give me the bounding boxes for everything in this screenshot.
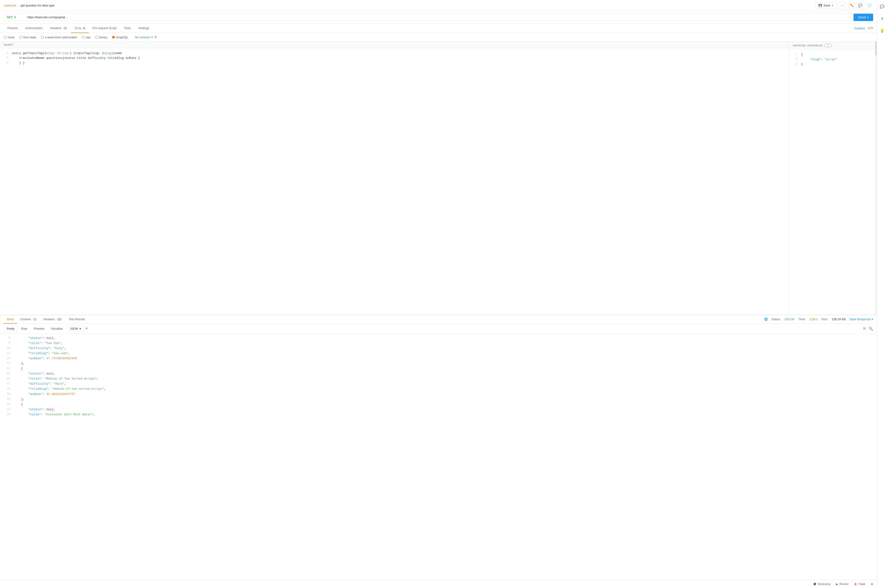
sidebar-chat-icon[interactable]: 💬 — [878, 3, 886, 10]
save-dropdown-icon[interactable]: ▾ — [832, 4, 833, 7]
app-name[interactable]: Leetcode — [4, 4, 16, 7]
header-left: Leetcode / get question for data type — [4, 4, 54, 7]
request-tabs-bar: Params Authorization Headers 9 Body Pre-… — [0, 24, 877, 33]
runner-item[interactable]: ▶ Runner — [836, 582, 848, 586]
json-line-12: 12 "acRate": 47.70788185991508 — [0, 356, 877, 361]
sidebar-light-icon[interactable]: 💡 — [878, 27, 886, 34]
method-select[interactable]: GET ▾ — [4, 14, 24, 21]
format-tab-pretty[interactable]: Pretty — [4, 326, 18, 332]
code-icon[interactable]: </> — [868, 26, 873, 30]
query-panel: QUERY 1 query getTopicTag($slug: String!… — [0, 42, 789, 315]
save-response-dropdown-icon[interactable]: ▾ — [872, 317, 873, 321]
document-icon[interactable]: 📄 — [866, 2, 873, 9]
format-tabs: Pretty Raw Preview Visualize — [4, 326, 66, 332]
send-label: Send — [858, 15, 866, 19]
response-format-bar: Pretty Raw Preview Visualize JSON ▾ — [0, 324, 877, 334]
json-line-21: 21 { — [0, 402, 877, 407]
time-label: Time: — [798, 317, 806, 321]
more-button[interactable]: ··· — [838, 2, 846, 9]
format-controls: Pretty Raw Preview Visualize JSON ▾ — [4, 326, 87, 332]
save-response-button[interactable]: Save Response ▾ — [849, 317, 873, 321]
send-dropdown-icon[interactable]: ▾ — [867, 16, 869, 19]
query-panel-label: QUERY — [0, 42, 789, 48]
tab-authorization[interactable]: Authorization — [21, 24, 47, 33]
var-line-1: 1 { — [793, 52, 873, 57]
variables-panel: GRAPHQL VARIABLES i 1 { 2 "slug": "array… — [789, 42, 877, 315]
request-name: get question for data type — [21, 4, 54, 7]
send-button[interactable]: Send ▾ — [854, 14, 873, 21]
query-line-2: 2 translatedName questions{status title … — [4, 56, 785, 61]
json-line-20: 20 }, — [0, 397, 877, 402]
json-line-18: 18 "titleSlug": "median-of-two-sorted-ar… — [0, 387, 877, 392]
tab-params[interactable]: Params — [4, 24, 21, 33]
body-type-form-data[interactable]: form-data — [19, 36, 36, 39]
response-tabs-bar: Body Cookies 1 Headers 17 Test Results 🌐… — [0, 315, 877, 324]
url-input[interactable] — [24, 14, 854, 21]
header-right: 💾 Save ▾ ··· ✏️ 💬 📄 — [815, 2, 873, 9]
search-icon[interactable]: 🔍 — [869, 326, 873, 331]
info-icon[interactable]: i — [824, 44, 832, 48]
sidebar-info-icon[interactable]: ℹ — [878, 15, 886, 22]
response-tabs: Body Cookies 1 Headers 17 Test Results — [4, 315, 88, 323]
response-tab-body[interactable]: Body — [4, 315, 17, 324]
json-line-19: 19 "acRate": 32.8020242047767 — [0, 392, 877, 397]
status-value: 200 OK — [785, 317, 795, 321]
json-line-15: 15 "status": null, — [0, 371, 877, 376]
json-format-dropdown-icon[interactable]: ▾ — [80, 327, 81, 330]
query-editor[interactable]: 1 query getTopicTag($slug: String!) {top… — [0, 48, 789, 315]
body-type-binary[interactable]: binary — [95, 36, 107, 39]
trash-icon: 🗑 — [854, 582, 857, 586]
json-line-9: 9 "title": "Two Sum", — [0, 341, 877, 346]
tab-body[interactable]: Body — [71, 24, 89, 33]
header: Leetcode / get question for data type 💾 … — [0, 0, 877, 11]
schema-dropdown-icon[interactable]: ▾ — [151, 36, 153, 39]
format-tab-visualize[interactable]: Visualize — [48, 326, 66, 332]
tab-headers[interactable]: Headers 9 — [47, 24, 71, 33]
body-active-dot — [83, 27, 85, 29]
json-line-22: 22 "status": null, — [0, 407, 877, 412]
separator: / — [18, 4, 19, 7]
json-response[interactable]: 8 "status": null, 9 "title": "Two Sum", … — [0, 334, 877, 580]
size-value: 138.24 KB — [832, 317, 846, 321]
format-tab-preview[interactable]: Preview — [31, 326, 47, 332]
method-label: GET — [7, 15, 13, 19]
format-tab-raw[interactable]: Raw — [18, 326, 30, 332]
body-type-none[interactable]: none — [4, 36, 15, 39]
response-tab-cookies[interactable]: Cookies 1 — [17, 315, 41, 324]
schema-select: No schema ▾ ↺ — [135, 35, 157, 39]
format-right: ⎘ 🔍 — [863, 326, 873, 331]
save-button[interactable]: 💾 Save ▾ — [815, 2, 836, 9]
layout-icon[interactable]: ⊞ — [871, 582, 873, 586]
variables-editor[interactable]: 1 { 2 "slug": "array" 3 } — [789, 50, 877, 315]
variables-scrollbar-thumb[interactable] — [875, 42, 877, 56]
tab-settings[interactable]: Settings — [135, 24, 153, 33]
body-type-raw[interactable]: raw — [81, 36, 90, 39]
status-label: Status: — [771, 317, 781, 321]
json-line-23: 23 "title": "Container With Most Water", — [0, 412, 877, 417]
editor-area: QUERY 1 query getTopicTag($slug: String!… — [0, 42, 877, 315]
copy-icon[interactable]: ⎘ — [863, 326, 866, 331]
json-format-select[interactable]: JSON ▾ — [68, 326, 84, 332]
bootcamp-item[interactable]: 🎓 Bootcamp — [813, 582, 830, 586]
schema-label[interactable]: No schema — [135, 36, 150, 39]
bottom-bar: 🎓 Bootcamp ▶ Runner 🗑 Trash ⊞ — [0, 580, 877, 588]
grid-icon: ⊞ — [871, 582, 873, 586]
tab-tests[interactable]: Tests — [120, 24, 135, 33]
response-tab-test-results[interactable]: Test Results — [65, 315, 88, 324]
variables-panel-label: GRAPHQL VARIABLES i — [789, 42, 877, 50]
size-label: Size: — [821, 317, 828, 321]
edit-icon[interactable]: ✏️ — [848, 2, 855, 9]
json-line-16: 16 "title": "Median of Two Sorted Arrays… — [0, 376, 877, 381]
comment-icon[interactable]: 💬 — [857, 2, 864, 9]
json-line-11: 11 "titleSlug": "two-sum", — [0, 351, 877, 356]
response-tab-headers[interactable]: Headers 17 — [40, 315, 65, 324]
var-line-3: 3 } — [793, 62, 873, 67]
cookies-link[interactable]: Cookies — [854, 27, 865, 30]
body-type-urlencoded[interactable]: x-www-form-urlencoded — [41, 36, 77, 39]
variables-scrollbar-track — [875, 42, 877, 315]
tab-pre-request[interactable]: Pre-request Script — [89, 24, 120, 33]
refresh-icon[interactable]: ↺ — [154, 35, 157, 39]
trash-item[interactable]: 🗑 Trash — [854, 582, 865, 586]
filter-icon[interactable]: ≡ — [86, 326, 87, 331]
body-type-graphql[interactable]: GraphQL — [112, 36, 128, 39]
